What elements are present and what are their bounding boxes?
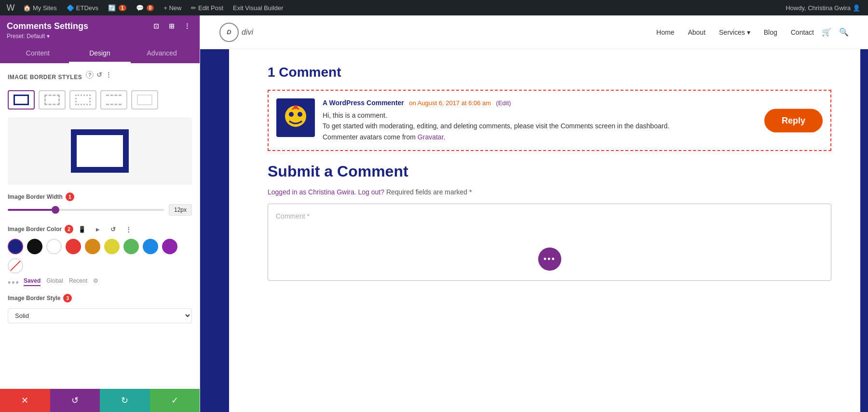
border-width-badge: 1 [66,192,74,201]
floating-dots-button[interactable]: ••• [538,247,561,271]
exit-builder-item[interactable]: Exit Visual Builder [229,0,287,15]
image-border-styles-section: Image Border Styles ? ↺ ⋮ [8,71,192,83]
svg-point-4 [294,105,298,109]
border-swatch-none[interactable] [131,90,158,110]
svg-point-3 [298,112,302,117]
image-border-width-label-row: Image Border Width 1 [8,192,192,201]
ellipsis-icon[interactable]: ⋮ [181,20,193,32]
bottom-toolbar: ✕ ↺ ↻ ✓ [0,389,200,412]
admin-bar-right: Howdy, Christina Gwira 👤 [782,4,864,12]
preset-selector[interactable]: Preset: Default ▾ [7,33,193,44]
nav-about[interactable]: About [688,28,705,36]
exit-builder-label: Exit Visual Builder [233,4,284,12]
color-tab-global[interactable]: Global [46,277,63,286]
border-style-badge: 3 [63,294,72,302]
comment-meta: A WordPress Commenter on August 6, 2017 … [323,98,823,107]
color-swatch-navy[interactable] [8,239,23,254]
new-item[interactable]: + New [160,0,185,15]
tab-content[interactable]: Content [7,44,69,63]
border-preview-box [8,117,192,185]
color-swatch-black[interactable] [27,239,42,254]
comment-form: Comment * ••• [268,204,831,281]
comments-item[interactable]: 💬 0 [132,0,158,15]
sidebar-tabs: Content Design Advanced [7,44,193,63]
image-border-color-label: Image Border Color [8,226,62,233]
gravatar-link[interactable]: Gravatar [418,133,444,141]
border-color-badge: 2 [65,225,73,233]
comment-placeholder: Comment * [276,212,310,220]
comment-edit-link[interactable]: (Edit) [496,99,511,107]
border-swatch-solid[interactable] [8,90,35,110]
logged-in-link[interactable]: Logged in as Christina Gwira. [268,188,356,196]
wp-logo-icon[interactable]: W [4,1,17,14]
border-swatch-inner-only[interactable] [100,90,127,110]
comments-badge: 0 [147,5,154,11]
color-swatch-yellow[interactable] [104,239,120,254]
border-width-track[interactable] [8,209,164,211]
border-swatch-dashed[interactable] [69,90,96,110]
more-options-icon[interactable]: ⋮ [105,71,112,79]
grid-icon[interactable]: ⊞ [166,20,177,32]
tab-advanced[interactable]: Advanced [131,44,193,63]
site-navigation: Home About Services ▾ Blog Contact [656,28,814,36]
howdy-label: Howdy, Christina Gwira [786,4,851,12]
color-swatch-purple[interactable] [162,239,177,254]
color-swatch-red[interactable] [66,239,81,254]
save-button[interactable]: ✓ [150,389,200,412]
solid-preview [14,95,29,105]
nav-contact[interactable]: Contact [791,28,814,36]
search-icon[interactable]: 🔍 [839,27,849,37]
et-devs-item[interactable]: 🔷 ETDevs [63,0,102,15]
color-swatch-green[interactable] [123,239,139,254]
color-swatch-orange[interactable] [85,239,100,254]
cancel-button[interactable]: ✕ [0,389,50,412]
edit-post-item[interactable]: ✏ Edit Post [187,0,227,15]
sidebar-title-text: Comments Settings [7,21,88,31]
border-swatch-outer[interactable] [39,90,66,110]
help-icon[interactable]: ? [86,71,94,79]
color-swatch-white[interactable] [46,239,62,254]
pointer-icon[interactable]: ▸ [92,223,103,235]
preset-label: Preset: Default [7,33,45,40]
cart-icon[interactable]: 🛒 [822,27,831,37]
border-width-value[interactable]: 12px [169,204,192,216]
nav-home[interactable]: Home [656,28,674,36]
border-width-thumb[interactable] [52,206,59,214]
nav-services[interactable]: Services ▾ [719,28,750,36]
et-icon: 🔷 [67,4,74,12]
mobile-icon[interactable]: 📱 [76,223,88,235]
sidebar: Comments Settings ⊡ ⊞ ⋮ Preset: Default … [0,15,200,412]
log-out-link[interactable]: Log out? [358,188,385,196]
comment-text-line1: Hi, this is a comment. [323,111,387,119]
color-swatches [8,239,192,274]
color-tab-settings-icon[interactable]: ⚙ [93,277,98,286]
color-swatch-blue[interactable] [143,239,158,254]
color-tab-saved[interactable]: Saved [24,277,41,286]
color-tab-recent[interactable]: Recent [69,277,87,286]
undo-button[interactable]: ↺ [50,389,100,412]
comments-title: 1 Comment [268,65,831,80]
outer-preview [44,95,60,105]
dashed-preview [75,95,91,105]
preset-chevron-icon: ▾ [47,33,50,40]
my-sites-menu[interactable]: 🏠 My Sites [19,0,61,15]
required-fields-text: Required fields are marked * [386,188,472,196]
updates-item[interactable]: 🔄 1 [104,0,130,15]
nav-blog[interactable]: Blog [764,28,777,36]
restore-icon[interactable]: ⊡ [150,20,162,32]
color-reset-icon[interactable]: ↺ [107,223,119,235]
more-colors-dots[interactable]: ••• [8,278,20,288]
reset-icon[interactable]: ↺ [96,71,102,79]
comment-date: on August 6, 2017 at 6:06 am [409,99,491,107]
color-more-icon[interactable]: ⋮ [122,223,134,235]
border-style-select[interactable]: Solid Dashed Dotted Double None [8,308,192,323]
howdy-item[interactable]: Howdy, Christina Gwira 👤 [782,4,864,12]
tab-design[interactable]: Design [69,44,131,63]
reply-button[interactable]: Reply [764,109,823,132]
comment-text-line2: To get started with moderating, editing,… [323,122,669,130]
divi-logo-letter: D [227,28,231,36]
site-logo[interactable]: D divi [219,23,253,42]
border-style-select-row: Solid Dashed Dotted Double None [8,308,192,323]
color-swatch-clear[interactable] [8,258,23,274]
redo-button[interactable]: ↻ [100,389,150,412]
